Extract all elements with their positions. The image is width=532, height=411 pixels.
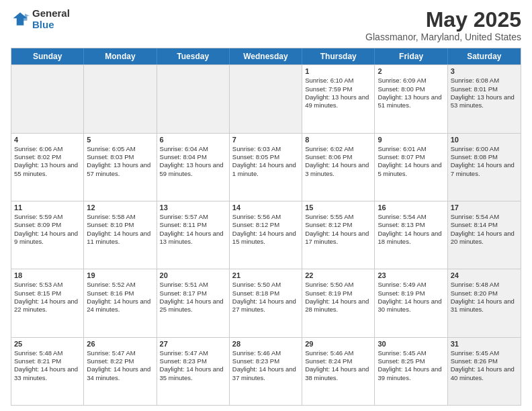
day-cell-18: 18Sunrise: 5:53 AMSunset: 8:15 PMDayligh… [11, 269, 84, 336]
daylight-text: Daylight: 14 hours and 37 minutes. [232, 365, 299, 382]
sunrise-text: Sunrise: 5:48 AM [451, 281, 518, 289]
sunset-text: Sunset: 8:02 PM [14, 153, 81, 161]
svg-marker-1 [23, 13, 30, 21]
day-number: 3 [451, 67, 518, 75]
day-cell-19: 19Sunrise: 5:52 AMSunset: 8:16 PMDayligh… [84, 269, 157, 336]
daylight-text: Daylight: 14 hours and 35 minutes. [160, 365, 226, 382]
sunset-text: Sunset: 8:18 PM [232, 289, 299, 298]
sunrise-text: Sunrise: 6:05 AM [87, 145, 153, 153]
day-cell-27: 27Sunrise: 5:47 AMSunset: 8:23 PMDayligh… [157, 338, 230, 405]
day-cell-30: 30Sunrise: 5:45 AMSunset: 8:25 PMDayligh… [375, 338, 447, 405]
day-cell-7: 7Sunrise: 6:03 AMSunset: 8:05 PMDaylight… [230, 134, 302, 201]
day-number: 6 [160, 136, 226, 144]
sunrise-text: Sunrise: 5:48 AM [14, 349, 81, 357]
daylight-text: Daylight: 14 hours and 15 minutes. [232, 230, 299, 246]
sunset-text: Sunset: 8:09 PM [14, 221, 81, 229]
weekday-header-saturday: Saturday [448, 48, 521, 64]
daylight-text: Daylight: 14 hours and 5 minutes. [378, 161, 444, 178]
empty-cell-0-1 [84, 65, 157, 132]
daylight-text: Daylight: 14 hours and 30 minutes. [378, 298, 444, 314]
day-number: 19 [87, 271, 153, 279]
sunrise-text: Sunrise: 5:54 AM [451, 213, 518, 221]
sunset-text: Sunset: 8:24 PM [305, 357, 371, 365]
day-number: 24 [451, 271, 518, 279]
day-number: 8 [305, 136, 371, 144]
daylight-text: Daylight: 13 hours and 57 minutes. [87, 161, 153, 178]
daylight-text: Daylight: 14 hours and 20 minutes. [451, 230, 518, 246]
sunrise-text: Sunrise: 6:10 AM [305, 77, 371, 85]
sunset-text: Sunset: 8:13 PM [378, 221, 444, 229]
sunset-text: Sunset: 8:11 PM [160, 221, 226, 229]
empty-cell-0-2 [157, 65, 230, 132]
sunset-text: Sunset: 8:19 PM [305, 289, 371, 298]
sunset-text: Sunset: 8:14 PM [451, 221, 518, 229]
daylight-text: Daylight: 14 hours and 40 minutes. [451, 365, 518, 382]
daylight-text: Daylight: 14 hours and 34 minutes. [87, 365, 153, 382]
weekday-header-wednesday: Wednesday [230, 48, 302, 64]
day-cell-21: 21Sunrise: 5:50 AMSunset: 8:18 PMDayligh… [230, 269, 302, 336]
sunrise-text: Sunrise: 6:03 AM [232, 145, 299, 153]
title-block: May 2025 Glassmanor, Maryland, United St… [365, 8, 521, 42]
day-cell-2: 2Sunrise: 6:09 AMSunset: 8:00 PMDaylight… [375, 65, 447, 132]
sunrise-text: Sunrise: 5:59 AM [14, 213, 81, 221]
daylight-text: Daylight: 14 hours and 11 minutes. [87, 230, 153, 246]
day-cell-4: 4Sunrise: 6:06 AMSunset: 8:02 PMDaylight… [11, 134, 84, 201]
sunset-text: Sunset: 8:20 PM [451, 289, 518, 298]
day-cell-26: 26Sunrise: 5:47 AMSunset: 8:22 PMDayligh… [84, 338, 157, 405]
sunrise-text: Sunrise: 6:06 AM [14, 145, 81, 153]
day-number: 1 [305, 67, 371, 75]
day-number: 7 [232, 136, 299, 144]
sunset-text: Sunset: 8:10 PM [87, 221, 153, 229]
empty-cell-0-3 [230, 65, 302, 132]
logo-icon [11, 10, 30, 29]
sunset-text: Sunset: 8:16 PM [87, 289, 153, 298]
day-cell-24: 24Sunrise: 5:48 AMSunset: 8:20 PMDayligh… [448, 269, 521, 336]
calendar-row-0: 1Sunrise: 6:10 AMSunset: 7:59 PMDaylight… [11, 64, 521, 132]
sunrise-text: Sunrise: 5:52 AM [87, 281, 153, 289]
sunset-text: Sunset: 8:05 PM [232, 153, 299, 161]
day-number: 22 [305, 271, 371, 279]
page: General Blue May 2025 Glassmanor, Maryla… [0, 0, 532, 411]
day-cell-16: 16Sunrise: 5:54 AMSunset: 8:13 PMDayligh… [375, 201, 447, 269]
daylight-text: Daylight: 14 hours and 39 minutes. [378, 365, 444, 382]
day-cell-10: 10Sunrise: 6:00 AMSunset: 8:08 PMDayligh… [448, 134, 521, 201]
weekday-header-friday: Friday [375, 48, 447, 64]
daylight-text: Daylight: 14 hours and 24 minutes. [87, 298, 153, 314]
sunrise-text: Sunrise: 5:46 AM [232, 349, 299, 357]
sunrise-text: Sunrise: 5:55 AM [305, 213, 371, 221]
daylight-text: Daylight: 14 hours and 28 minutes. [305, 298, 371, 314]
calendar: SundayMondayTuesdayWednesdayThursdayFrid… [11, 48, 521, 406]
sunset-text: Sunset: 8:00 PM [378, 85, 444, 93]
calendar-row-4: 25Sunrise: 5:48 AMSunset: 8:21 PMDayligh… [11, 337, 521, 405]
sunrise-text: Sunrise: 5:45 AM [451, 349, 518, 357]
sunset-text: Sunset: 8:17 PM [160, 289, 226, 298]
day-number: 29 [305, 340, 371, 348]
sunrise-text: Sunrise: 5:58 AM [87, 213, 153, 221]
day-cell-13: 13Sunrise: 5:57 AMSunset: 8:11 PMDayligh… [157, 201, 230, 269]
daylight-text: Daylight: 14 hours and 7 minutes. [451, 161, 518, 178]
day-number: 15 [305, 203, 371, 212]
sunset-text: Sunset: 8:26 PM [451, 357, 518, 365]
day-cell-23: 23Sunrise: 5:49 AMSunset: 8:19 PMDayligh… [375, 269, 447, 336]
sunrise-text: Sunrise: 6:08 AM [451, 77, 518, 85]
logo: General Blue [11, 8, 70, 30]
day-cell-17: 17Sunrise: 5:54 AMSunset: 8:14 PMDayligh… [448, 201, 521, 269]
sunrise-text: Sunrise: 5:46 AM [305, 349, 371, 357]
day-cell-5: 5Sunrise: 6:05 AMSunset: 8:03 PMDaylight… [84, 134, 157, 201]
day-cell-29: 29Sunrise: 5:46 AMSunset: 8:24 PMDayligh… [302, 338, 375, 405]
weekday-header-tuesday: Tuesday [157, 48, 230, 64]
calendar-row-3: 18Sunrise: 5:53 AMSunset: 8:15 PMDayligh… [11, 269, 521, 336]
daylight-text: Daylight: 13 hours and 51 minutes. [378, 93, 444, 110]
daylight-text: Daylight: 14 hours and 27 minutes. [232, 298, 299, 314]
daylight-text: Daylight: 14 hours and 33 minutes. [14, 365, 81, 382]
day-cell-25: 25Sunrise: 5:48 AMSunset: 8:21 PMDayligh… [11, 338, 84, 405]
day-cell-15: 15Sunrise: 5:55 AMSunset: 8:12 PMDayligh… [302, 201, 375, 269]
day-number: 16 [378, 203, 444, 212]
day-cell-12: 12Sunrise: 5:58 AMSunset: 8:10 PMDayligh… [84, 201, 157, 269]
daylight-text: Daylight: 14 hours and 17 minutes. [305, 230, 371, 246]
daylight-text: Daylight: 13 hours and 49 minutes. [305, 93, 371, 110]
calendar-header: SundayMondayTuesdayWednesdayThursdayFrid… [11, 48, 521, 64]
daylight-text: Daylight: 14 hours and 3 minutes. [305, 161, 371, 178]
sunrise-text: Sunrise: 5:47 AM [160, 349, 226, 357]
sunset-text: Sunset: 8:04 PM [160, 153, 226, 161]
